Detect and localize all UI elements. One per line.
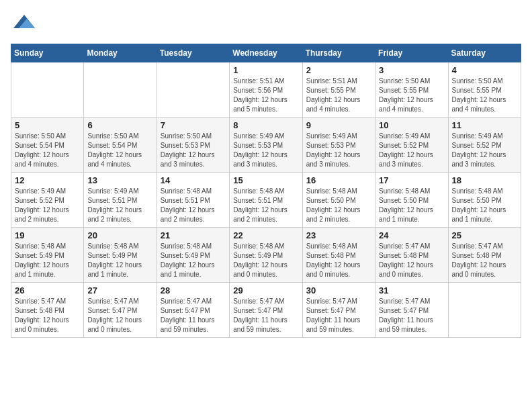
day-detail: Sunrise: 5:48 AM Sunset: 5:49 PM Dayligh… — [233, 242, 298, 279]
calendar-cell: 15Sunrise: 5:48 AM Sunset: 5:51 PM Dayli… — [230, 173, 302, 228]
calendar-cell — [157, 62, 229, 118]
logo — [11, 11, 35, 36]
calendar-cell: 12Sunrise: 5:49 AM Sunset: 5:52 PM Dayli… — [11, 173, 84, 228]
calendar-cell: 6Sunrise: 5:50 AM Sunset: 5:54 PM Daylig… — [84, 118, 157, 173]
day-number: 20 — [87, 230, 152, 240]
calendar-cell: 7Sunrise: 5:50 AM Sunset: 5:53 PM Daylig… — [157, 118, 229, 173]
calendar-body: 1Sunrise: 5:51 AM Sunset: 5:56 PM Daylig… — [11, 62, 521, 338]
day-number: 18 — [452, 175, 517, 185]
calendar-table: SundayMondayTuesdayWednesdayThursdayFrid… — [11, 44, 521, 338]
calendar-week-2: 5Sunrise: 5:50 AM Sunset: 5:54 PM Daylig… — [11, 118, 521, 173]
day-number: 5 — [15, 120, 80, 130]
day-detail: Sunrise: 5:47 AM Sunset: 5:47 PM Dayligh… — [306, 297, 371, 334]
calendar-cell: 11Sunrise: 5:49 AM Sunset: 5:52 PM Dayli… — [448, 118, 521, 173]
day-number: 4 — [452, 65, 517, 75]
weekday-header-monday: Monday — [84, 44, 157, 62]
calendar-cell: 3Sunrise: 5:50 AM Sunset: 5:55 PM Daylig… — [375, 62, 448, 118]
day-detail: Sunrise: 5:47 AM Sunset: 5:47 PM Dayligh… — [161, 297, 226, 334]
calendar-cell: 17Sunrise: 5:48 AM Sunset: 5:50 PM Dayli… — [375, 173, 448, 228]
day-number: 12 — [15, 175, 80, 185]
day-number: 1 — [233, 65, 298, 75]
day-number: 15 — [233, 175, 298, 185]
calendar-cell: 14Sunrise: 5:48 AM Sunset: 5:51 PM Dayli… — [157, 173, 229, 228]
calendar-cell: 8Sunrise: 5:49 AM Sunset: 5:53 PM Daylig… — [230, 118, 302, 173]
calendar-cell: 4Sunrise: 5:50 AM Sunset: 5:55 PM Daylig… — [448, 62, 521, 118]
day-number: 29 — [233, 285, 298, 295]
day-detail: Sunrise: 5:48 AM Sunset: 5:49 PM Dayligh… — [15, 242, 80, 279]
day-detail: Sunrise: 5:47 AM Sunset: 5:48 PM Dayligh… — [452, 242, 517, 279]
day-detail: Sunrise: 5:48 AM Sunset: 5:50 PM Dayligh… — [306, 187, 371, 224]
calendar-cell: 9Sunrise: 5:49 AM Sunset: 5:53 PM Daylig… — [302, 118, 375, 173]
day-detail: Sunrise: 5:48 AM Sunset: 5:49 PM Dayligh… — [87, 242, 152, 279]
day-detail: Sunrise: 5:50 AM Sunset: 5:55 PM Dayligh… — [452, 77, 517, 114]
calendar-cell: 26Sunrise: 5:47 AM Sunset: 5:48 PM Dayli… — [11, 283, 84, 338]
day-detail: Sunrise: 5:49 AM Sunset: 5:52 PM Dayligh… — [379, 132, 444, 169]
day-detail: Sunrise: 5:48 AM Sunset: 5:51 PM Dayligh… — [161, 187, 226, 224]
weekday-header-tuesday: Tuesday — [157, 44, 229, 62]
day-number: 21 — [161, 230, 226, 240]
day-detail: Sunrise: 5:51 AM Sunset: 5:56 PM Dayligh… — [233, 77, 298, 114]
calendar-cell: 16Sunrise: 5:48 AM Sunset: 5:50 PM Dayli… — [302, 173, 375, 228]
day-detail: Sunrise: 5:50 AM Sunset: 5:54 PM Dayligh… — [15, 132, 80, 169]
calendar-cell: 2Sunrise: 5:51 AM Sunset: 5:55 PM Daylig… — [302, 62, 375, 118]
day-number: 7 — [161, 120, 226, 130]
calendar-cell: 18Sunrise: 5:48 AM Sunset: 5:50 PM Dayli… — [448, 173, 521, 228]
day-number: 22 — [233, 230, 298, 240]
day-number: 14 — [161, 175, 226, 185]
day-number: 25 — [452, 230, 517, 240]
day-detail: Sunrise: 5:49 AM Sunset: 5:53 PM Dayligh… — [233, 132, 298, 169]
day-number: 9 — [306, 120, 371, 130]
day-detail: Sunrise: 5:47 AM Sunset: 5:47 PM Dayligh… — [233, 297, 298, 334]
calendar-cell: 10Sunrise: 5:49 AM Sunset: 5:52 PM Dayli… — [375, 118, 448, 173]
weekday-header-saturday: Saturday — [448, 44, 521, 62]
day-detail: Sunrise: 5:48 AM Sunset: 5:51 PM Dayligh… — [233, 187, 298, 224]
day-number: 10 — [379, 120, 444, 130]
day-detail: Sunrise: 5:47 AM Sunset: 5:47 PM Dayligh… — [379, 297, 444, 334]
weekday-header-sunday: Sunday — [11, 44, 84, 62]
day-detail: Sunrise: 5:47 AM Sunset: 5:47 PM Dayligh… — [87, 297, 152, 334]
calendar-cell: 1Sunrise: 5:51 AM Sunset: 5:56 PM Daylig… — [230, 62, 302, 118]
calendar-cell: 30Sunrise: 5:47 AM Sunset: 5:47 PM Dayli… — [302, 283, 375, 338]
calendar-cell: 25Sunrise: 5:47 AM Sunset: 5:48 PM Dayli… — [448, 228, 521, 283]
day-number: 8 — [233, 120, 298, 130]
page-header — [11, 11, 521, 36]
day-detail: Sunrise: 5:49 AM Sunset: 5:52 PM Dayligh… — [15, 187, 80, 224]
calendar-cell — [84, 62, 157, 118]
calendar-cell: 23Sunrise: 5:48 AM Sunset: 5:48 PM Dayli… — [302, 228, 375, 283]
day-number: 17 — [379, 175, 444, 185]
day-detail: Sunrise: 5:49 AM Sunset: 5:51 PM Dayligh… — [87, 187, 152, 224]
day-number: 13 — [87, 175, 152, 185]
weekday-header-friday: Friday — [375, 44, 448, 62]
day-number: 16 — [306, 175, 371, 185]
day-number: 19 — [15, 230, 80, 240]
weekday-header-thursday: Thursday — [302, 44, 375, 62]
weekday-header-row: SundayMondayTuesdayWednesdayThursdayFrid… — [11, 44, 521, 62]
day-detail: Sunrise: 5:48 AM Sunset: 5:48 PM Dayligh… — [306, 242, 371, 279]
day-detail: Sunrise: 5:51 AM Sunset: 5:55 PM Dayligh… — [306, 77, 371, 114]
day-number: 11 — [452, 120, 517, 130]
day-number: 23 — [306, 230, 371, 240]
day-number: 26 — [15, 285, 80, 295]
day-detail: Sunrise: 5:48 AM Sunset: 5:50 PM Dayligh… — [452, 187, 517, 224]
calendar-cell: 24Sunrise: 5:47 AM Sunset: 5:48 PM Dayli… — [375, 228, 448, 283]
day-detail: Sunrise: 5:48 AM Sunset: 5:49 PM Dayligh… — [161, 242, 226, 279]
day-detail: Sunrise: 5:50 AM Sunset: 5:55 PM Dayligh… — [379, 77, 444, 114]
calendar-cell: 31Sunrise: 5:47 AM Sunset: 5:47 PM Dayli… — [375, 283, 448, 338]
day-detail: Sunrise: 5:50 AM Sunset: 5:53 PM Dayligh… — [161, 132, 226, 169]
day-detail: Sunrise: 5:47 AM Sunset: 5:48 PM Dayligh… — [15, 297, 80, 334]
day-detail: Sunrise: 5:49 AM Sunset: 5:52 PM Dayligh… — [452, 132, 517, 169]
day-detail: Sunrise: 5:50 AM Sunset: 5:54 PM Dayligh… — [87, 132, 152, 169]
day-number: 2 — [306, 65, 371, 75]
calendar-cell: 29Sunrise: 5:47 AM Sunset: 5:47 PM Dayli… — [230, 283, 302, 338]
day-number: 3 — [379, 65, 444, 75]
calendar-week-4: 19Sunrise: 5:48 AM Sunset: 5:49 PM Dayli… — [11, 228, 521, 283]
calendar-cell: 20Sunrise: 5:48 AM Sunset: 5:49 PM Dayli… — [84, 228, 157, 283]
day-detail: Sunrise: 5:49 AM Sunset: 5:53 PM Dayligh… — [306, 132, 371, 169]
calendar-cell: 21Sunrise: 5:48 AM Sunset: 5:49 PM Dayli… — [157, 228, 229, 283]
calendar-cell: 13Sunrise: 5:49 AM Sunset: 5:51 PM Dayli… — [84, 173, 157, 228]
calendar-week-5: 26Sunrise: 5:47 AM Sunset: 5:48 PM Dayli… — [11, 283, 521, 338]
calendar-cell — [11, 62, 84, 118]
day-number: 28 — [161, 285, 226, 295]
logo-icon — [13, 11, 35, 32]
weekday-header-wednesday: Wednesday — [230, 44, 302, 62]
